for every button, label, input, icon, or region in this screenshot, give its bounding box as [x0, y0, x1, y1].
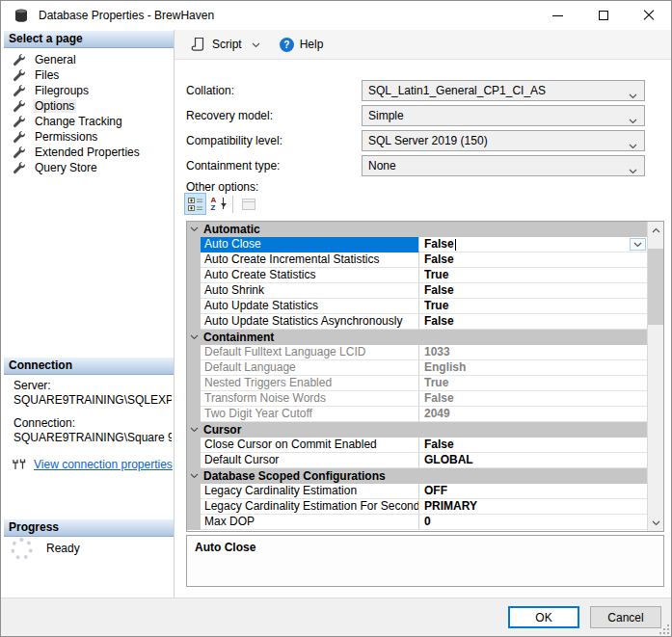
connection-value: SQUARE9TRAINING\Square 9 [13, 431, 172, 445]
ok-button[interactable]: OK [508, 606, 579, 628]
script-button[interactable]: Script [186, 34, 265, 55]
grid-category-automatic[interactable]: Automatic [187, 222, 647, 237]
grid-row-legacy-cardinality-estimation[interactable]: Legacy Cardinality EstimationOFF [187, 484, 647, 499]
property-value: False [419, 252, 647, 268]
row-indent [187, 360, 201, 376]
sidebar-item-files[interactable]: Files [4, 67, 174, 83]
main-toolbar: Script ? Help [175, 30, 671, 60]
grid-row-legacy-cardinality-estimation-for-secondary[interactable]: Legacy Cardinality Estimation For Second… [187, 499, 647, 515]
grid-row-auto-create-statistics[interactable]: Auto Create StatisticsTrue [187, 268, 647, 283]
grid-row-auto-update-statistics[interactable]: Auto Update StatisticsTrue [187, 299, 647, 314]
scrollbar-down-button[interactable] [648, 515, 663, 531]
categorized-button[interactable] [184, 193, 206, 215]
grid-row-default-fulltext-language-lcid[interactable]: Default Fulltext Language LCID1033 [187, 345, 647, 360]
property-name: Default Fulltext Language LCID [201, 345, 419, 360]
property-name: Auto Create Incremental Statistics [201, 252, 419, 268]
chevron-down-icon [629, 144, 637, 149]
grid-category-containment[interactable]: Containment [187, 330, 647, 345]
sidebar-item-label: Files [33, 68, 61, 82]
containment-type-dropdown[interactable]: None [362, 155, 645, 176]
grid-row-auto-close[interactable]: Auto CloseFalse [187, 237, 647, 252]
property-value-text: True [424, 299, 448, 313]
category-collapse-chevron[interactable] [187, 330, 201, 345]
grid-row-default-cursor[interactable]: Default CursorGLOBAL [187, 453, 647, 468]
dialog-footer: OK Cancel [1, 597, 671, 636]
recovery-model-label: Recovery model: [186, 109, 362, 122]
row-indent [187, 515, 201, 530]
collation-dropdown[interactable]: SQL_Latin1_General_CP1_CI_AS [362, 80, 645, 101]
wrench-icon [13, 84, 26, 97]
sidebar-item-options[interactable]: Options [4, 98, 174, 114]
category-collapse-chevron[interactable] [187, 422, 201, 438]
grid-row-transform-noise-words[interactable]: Transform Noise WordsFalse [187, 391, 647, 407]
help-button[interactable]: ? Help [275, 35, 329, 55]
chevron-down-icon [652, 520, 660, 526]
category-collapse-chevron[interactable] [187, 222, 201, 237]
main-panel: Script ? Help Collation:SQL_Latin1_Gener… [174, 30, 671, 597]
containment-type-chevron [629, 164, 637, 177]
property-value: English [419, 360, 647, 376]
property-value: GLOBAL [419, 453, 647, 468]
grid-row-nested-triggers-enabled[interactable]: Nested Triggers EnabledTrue [187, 376, 647, 391]
sidebar-item-filegroups[interactable]: Filegroups [4, 83, 174, 98]
grid-row-close-cursor-on-commit-enabled[interactable]: Close Cursor on Commit EnabledFalse [187, 438, 647, 453]
property-grid: AutomaticAuto CloseFalse Auto Create Inc… [186, 221, 664, 532]
grid-category-database-scoped-configurations[interactable]: Database Scoped Configurations [187, 468, 647, 484]
grid-row-two-digit-year-cutoff[interactable]: Two Digit Year Cutoff2049 [187, 407, 647, 422]
property-value: 0 [419, 515, 647, 530]
row-indent [187, 314, 201, 330]
category-collapse-chevron[interactable] [187, 468, 201, 484]
property-name: Auto Update Statistics [201, 299, 419, 314]
scrollbar-up-button[interactable] [648, 222, 663, 238]
containment-type-value: None [368, 159, 396, 173]
field-row-collation: Collation:SQL_Latin1_General_CP1_CI_AS [186, 78, 645, 103]
property-name: Auto Create Statistics [201, 268, 419, 283]
grid-row-auto-update-statistics-asynchronously[interactable]: Auto Update Statistics AsynchronouslyFal… [187, 314, 647, 330]
compatibility-level-dropdown[interactable]: SQL Server 2019 (150) [362, 130, 645, 151]
recovery-model-dropdown[interactable]: Simple [362, 105, 645, 126]
grid-row-max-dop[interactable]: Max DOP0 [187, 515, 647, 530]
property-value-text: 2049 [424, 407, 450, 421]
toolbar-separator [232, 196, 233, 213]
help-label: Help [300, 38, 324, 51]
script-dropdown-chevron[interactable] [252, 38, 260, 51]
sidebar-item-extended-properties[interactable]: Extended Properties [4, 145, 174, 160]
grid-row-auto-shrink[interactable]: Auto ShrinkFalse [187, 283, 647, 299]
field-row-containment-type: Containment type:None [186, 153, 645, 178]
minimize-button[interactable] [535, 1, 580, 30]
script-label: Script [212, 38, 242, 51]
collation-label: Collation: [186, 84, 362, 97]
grid-category-cursor[interactable]: Cursor [187, 422, 647, 438]
close-icon [643, 10, 655, 21]
chevron-up-icon [652, 227, 660, 233]
sidebar-item-permissions[interactable]: Permissions [4, 129, 174, 145]
row-indent [187, 407, 201, 422]
chevron-down-icon [190, 334, 199, 340]
grid-scrollbar[interactable] [647, 222, 663, 531]
view-connection-properties-link[interactable]: View connection properties [34, 458, 173, 472]
property-value-text: PRIMARY [424, 499, 477, 514]
close-button[interactable] [626, 1, 671, 30]
sidebar: Select a page General Files Filegroups O… [1, 30, 174, 597]
category-label: Containment [201, 330, 274, 345]
cancel-button[interactable]: Cancel [590, 606, 661, 628]
property-name: Auto Update Statistics Asynchronously [201, 314, 419, 330]
field-row-recovery-model: Recovery model:Simple [186, 103, 645, 128]
chevron-down-icon [629, 119, 637, 124]
maximize-button[interactable] [580, 1, 626, 30]
sidebar-item-query-store[interactable]: Query Store [4, 160, 174, 175]
grid-row-default-language[interactable]: Default LanguageEnglish [187, 360, 647, 376]
scrollbar-thumb[interactable] [648, 249, 663, 325]
value-dropdown-button[interactable] [630, 238, 646, 251]
grid-row-auto-create-incremental-statistics[interactable]: Auto Create Incremental StatisticsFalse [187, 252, 647, 268]
sidebar-item-label: Filegroups [33, 84, 91, 97]
property-value[interactable]: False [419, 237, 647, 252]
resize-grip[interactable] [659, 624, 669, 634]
window-title: Database Properties - BrewHaven [39, 9, 214, 22]
sidebar-item-general[interactable]: General [4, 52, 174, 67]
sidebar-item-change-tracking[interactable]: Change Tracking [4, 114, 174, 129]
alphabetical-sort-button[interactable]: AZ [206, 193, 228, 215]
row-indent [187, 438, 201, 453]
wrench-icon [13, 99, 26, 113]
property-description-panel: Auto Close [186, 535, 664, 587]
